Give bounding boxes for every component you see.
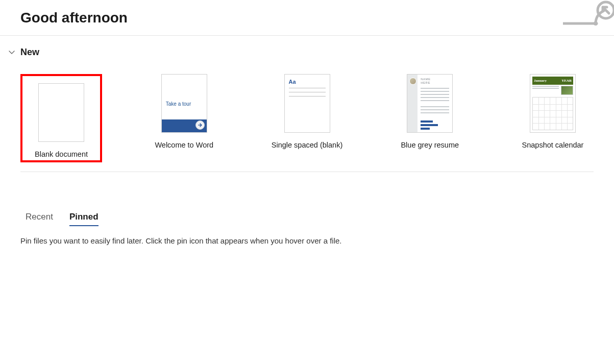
word-start-page: Good afternoon New Blank document Take a… [0, 0, 614, 364]
new-section: New Blank document Take a tour Welcome t… [0, 36, 614, 172]
tour-text: Take a tour [166, 101, 191, 107]
template-thumb-resume: NAME HERE [407, 74, 453, 133]
calendar-photo-icon [561, 86, 573, 95]
template-label: Blue grey resume [401, 141, 459, 149]
sample-text: Aa [289, 79, 296, 85]
template-welcome-to-word[interactable]: Take a tour Welcome to Word [143, 74, 225, 162]
template-thumb-blank [38, 83, 84, 142]
tab-recent[interactable]: Recent [26, 212, 53, 226]
template-thumb-calendar: January YEAR [530, 74, 576, 133]
template-label: Welcome to Word [155, 141, 213, 149]
template-label: Single spaced (blank) [272, 141, 342, 149]
calendar-month: January [534, 79, 547, 83]
tabs: Recent Pinned [20, 212, 594, 226]
greeting-text: Good afternoon [20, 10, 128, 26]
calendar-head: January YEAR [532, 77, 573, 85]
new-section-header[interactable]: New [8, 36, 594, 60]
calendar-grid [532, 97, 573, 130]
template-label: Snapshot calendar [522, 141, 584, 149]
templates-row: Blank document Take a tour Welcome to Wo… [20, 60, 594, 172]
template-snapshot-calendar[interactable]: January YEAR Snapshot calendar [512, 74, 594, 162]
template-label: Blank document [35, 150, 88, 158]
template-blank-document[interactable]: Blank document [20, 74, 102, 162]
template-blue-grey-resume[interactable]: NAME HERE Blue grey resume [389, 74, 471, 162]
header: Good afternoon [0, 0, 614, 36]
template-single-spaced[interactable]: Aa Single spaced (blank) [266, 74, 348, 162]
template-thumb-single-spaced: Aa [284, 74, 330, 133]
template-thumb-welcome: Take a tour [161, 74, 207, 133]
calendar-year: YEAR [561, 79, 572, 83]
resume-name-placeholder: NAME HERE [421, 78, 430, 85]
pinned-hint-text: Pin files you want to easily find later.… [20, 226, 594, 245]
arrow-right-icon [195, 120, 205, 130]
divider [20, 172, 594, 172]
recent-pinned-section: Recent Pinned Pin files you want to easi… [0, 212, 614, 245]
tab-pinned[interactable]: Pinned [69, 212, 99, 226]
new-section-title: New [20, 47, 39, 58]
chevron-down-icon [8, 49, 15, 56]
